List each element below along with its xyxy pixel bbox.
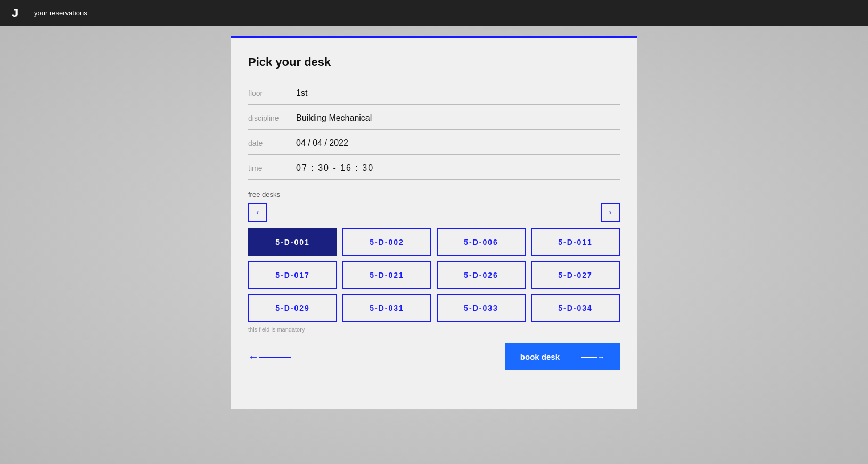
desk-button[interactable]: 5-D-017: [248, 261, 337, 289]
desk-button[interactable]: 5-D-027: [531, 261, 620, 289]
discipline-row: discipline Building Mechanical: [248, 107, 620, 130]
desk-button[interactable]: 5-D-006: [437, 228, 526, 256]
desk-button[interactable]: 5-D-031: [342, 294, 431, 322]
desk-button[interactable]: 5-D-011: [531, 228, 620, 256]
discipline-value: Building Mechanical: [296, 113, 372, 123]
date-value: 04 / 04 / 2022: [296, 138, 348, 148]
chevron-left-icon: ‹: [256, 208, 259, 217]
time-label: time: [248, 164, 296, 172]
date-label: date: [248, 139, 296, 147]
your-reservations-link[interactable]: your reservations: [34, 9, 87, 17]
back-button[interactable]: ←———: [248, 351, 291, 363]
pick-desk-card: Pick your desk floor 1st discipline Buil…: [231, 36, 637, 409]
logo: J: [9, 4, 26, 21]
desk-button[interactable]: 5-D-033: [437, 294, 526, 322]
bottom-row: ←——— book desk ——→: [248, 343, 620, 370]
desk-pagination-row: ‹ ›: [248, 203, 620, 222]
book-desk-label: book desk: [520, 352, 560, 361]
chevron-right-icon: ›: [609, 208, 611, 217]
card-title: Pick your desk: [248, 55, 620, 69]
time-value: 07 : 30 - 16 : 30: [296, 163, 374, 173]
desk-button[interactable]: 5-D-034: [531, 294, 620, 322]
next-page-button[interactable]: ›: [601, 203, 620, 222]
time-row: time 07 : 30 - 16 : 30: [248, 157, 620, 180]
free-desks-label: free desks: [248, 190, 620, 198]
prev-page-button[interactable]: ‹: [248, 203, 267, 222]
book-desk-arrow-icon: ——→: [581, 352, 605, 361]
date-row: date 04 / 04 / 2022: [248, 132, 620, 155]
desk-grid: 5-D-0015-D-0025-D-0065-D-0115-D-0175-D-0…: [248, 228, 620, 322]
floor-row: floor 1st: [248, 82, 620, 105]
book-desk-button[interactable]: book desk ——→: [505, 343, 620, 370]
desk-button[interactable]: 5-D-026: [437, 261, 526, 289]
floor-label: floor: [248, 89, 296, 97]
mandatory-note: this field is mandatory: [248, 326, 620, 333]
svg-text:J: J: [12, 6, 18, 20]
discipline-label: discipline: [248, 114, 296, 122]
navbar: J your reservations: [0, 0, 868, 26]
page-wrapper: Pick your desk floor 1st discipline Buil…: [0, 26, 868, 464]
floor-value: 1st: [296, 88, 307, 98]
desk-button[interactable]: 5-D-021: [342, 261, 431, 289]
desk-button[interactable]: 5-D-029: [248, 294, 337, 322]
back-arrow-icon: ←———: [248, 351, 291, 363]
desk-button[interactable]: 5-D-001: [248, 228, 337, 256]
desk-button[interactable]: 5-D-002: [342, 228, 431, 256]
